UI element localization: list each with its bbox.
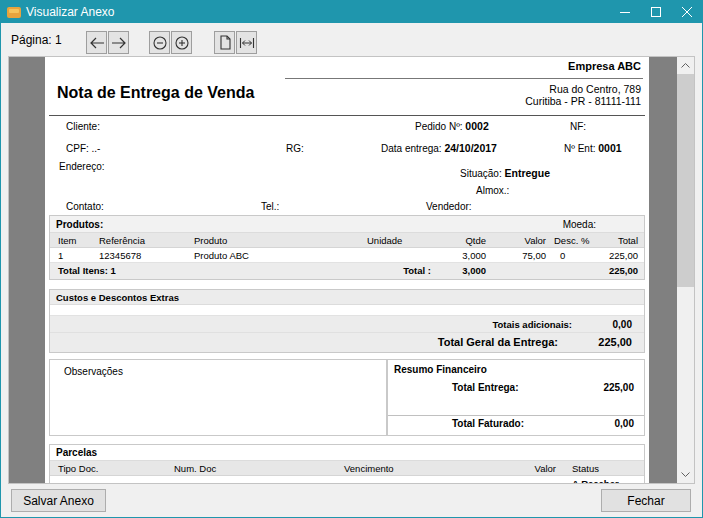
parcelas-header-row: Tipo Doc. Num. Doc Vencimento Valor Stat… <box>50 461 644 476</box>
previous-page-button[interactable] <box>86 31 107 54</box>
arrow-right-icon <box>111 36 127 50</box>
data-entrega-value: 24/10/2017 <box>444 142 497 154</box>
total-faturado-label: Total Faturado: <box>452 415 524 433</box>
cliente-label: Cliente: <box>66 121 100 132</box>
minimize-button[interactable] <box>609 1 640 23</box>
totais-adicionais-label: Totais adicionais: <box>492 316 572 333</box>
produtos-title: Produtos: <box>56 219 103 230</box>
page-label: Página: <box>11 33 52 47</box>
col-vencimento: Vencimento <box>340 461 500 475</box>
zoom-out-icon <box>153 36 167 50</box>
cpf-label: CPF: <box>66 143 89 154</box>
scroll-up-button[interactable] <box>677 57 694 74</box>
total-spacer2 <box>490 263 550 279</box>
totais-adicionais-row: Totais adicionais: 0,00 <box>50 316 644 333</box>
document-viewer[interactable]: Empresa ABC Nota de Entrega de Venda Rua… <box>8 56 695 484</box>
close-icon <box>682 7 692 17</box>
title-bar: Visualizar Anexo <box>1 1 702 23</box>
total-spacer3 <box>550 263 595 279</box>
produto-row: 1 12345678 Produto ABC 3,000 75,00 0 225… <box>50 248 644 263</box>
observacoes-box: Observações <box>49 359 387 436</box>
page-number: 1 <box>55 33 62 47</box>
num-ent-field: Nº Ent: 0001 <box>564 142 622 154</box>
cpf-value: ..- <box>92 143 101 154</box>
parcela-c4 <box>500 476 560 483</box>
total-qtde: 3,000 <box>435 263 490 279</box>
page-icon <box>218 35 232 50</box>
total-faturado-row: Total Faturado: 0,00 <box>388 415 644 433</box>
data-entrega-field: Data entrega: 24/10/2017 <box>381 142 497 154</box>
close-button[interactable] <box>671 1 702 23</box>
observacoes-title: Observações <box>64 366 123 377</box>
cell-item: 1 <box>50 248 95 262</box>
cpf-field: CPF: ..- <box>66 143 100 154</box>
zoom-in-button[interactable] <box>171 31 192 54</box>
tel-label: Tel.: <box>261 201 279 212</box>
total-value: 225,00 <box>595 263 644 279</box>
produtos-total-row: Total Itens: 1 Total : 3,000 225,00 <box>50 263 644 279</box>
maximize-icon <box>651 7 661 17</box>
close-dialog-button[interactable]: Fechar <box>601 489 691 512</box>
resumo-box: Resumo Financeiro Total Entrega: 225,00 … <box>387 359 645 436</box>
rg-label: RG: <box>286 143 304 154</box>
header-divider-bottom <box>49 115 645 116</box>
window-controls <box>609 1 702 23</box>
col-unidade: Unidade <box>355 233 435 247</box>
produtos-table: Produtos: Moeda: Item Referência Produto… <box>49 215 645 280</box>
total-label: Total : <box>355 263 435 279</box>
chevron-down-icon <box>681 472 690 477</box>
num-ent-value: 0001 <box>598 142 621 154</box>
total-spacer <box>190 263 355 279</box>
parcelas-title: Parcelas <box>56 447 97 458</box>
window-title: Visualizar Anexo <box>26 5 115 19</box>
col-qtde: Qtde <box>435 233 490 247</box>
scrollbar-thumb[interactable] <box>677 74 694 287</box>
total-itens-value: 1 <box>111 265 116 276</box>
col-referencia: Referência <box>95 233 190 247</box>
nf-label: NF: <box>570 121 586 132</box>
custos-title-row: Custos e Descontos Extras <box>50 290 644 305</box>
custos-empty-row <box>50 305 644 316</box>
col-num-doc: Num. Doc <box>170 461 340 475</box>
pedido-field: Pedido Nº: 0002 <box>415 120 489 132</box>
parcela-c3 <box>340 476 500 483</box>
fit-width-icon <box>239 37 255 49</box>
arrow-left-icon <box>89 36 105 50</box>
col-status: Status <box>560 461 644 475</box>
zoom-out-button[interactable] <box>149 31 170 54</box>
total-faturado-value: 0,00 <box>615 415 634 433</box>
cell-qtde: 3,000 <box>435 248 490 262</box>
fit-page-button[interactable] <box>214 31 235 54</box>
col-valor-parcela: Valor <box>500 461 560 475</box>
cell-valor: 75,00 <box>490 248 550 262</box>
endereco-label: Endereço: <box>59 161 105 172</box>
scroll-down-button[interactable] <box>677 466 694 483</box>
total-entrega-label: Total Entrega: <box>452 379 518 397</box>
resumo-title: Resumo Financeiro <box>394 364 487 375</box>
total-itens-label: Total Itens: <box>58 265 108 276</box>
produtos-title-row: Produtos: Moeda: <box>50 216 644 233</box>
total-itens: Total Itens: 1 <box>50 263 190 279</box>
fit-width-button[interactable] <box>236 31 257 54</box>
col-produto: Produto <box>190 233 355 247</box>
company-name: Empresa ABC <box>568 60 641 72</box>
save-attachment-button[interactable]: Salvar Anexo <box>11 489 106 512</box>
col-desc: Desc. % <box>550 233 595 247</box>
company-address-line1: Rua do Centro, 789 <box>549 83 641 95</box>
cell-referencia: 12345678 <box>95 248 190 262</box>
pedido-label: Pedido Nº: <box>415 121 463 132</box>
chevron-up-icon <box>681 63 690 68</box>
document-title: Nota de Entrega de Venda <box>57 84 254 102</box>
app-icon <box>7 7 21 18</box>
situacao-value: Entregue <box>504 167 550 179</box>
cell-desc: 0 <box>550 248 595 262</box>
cell-unidade <box>355 248 435 262</box>
total-geral-value: 225,00 <box>598 333 632 352</box>
maximize-button[interactable] <box>640 1 671 23</box>
situacao-label: Situação: <box>460 168 502 179</box>
vertical-scrollbar[interactable] <box>677 57 694 483</box>
parcela-c1 <box>50 476 170 483</box>
vendedor-label: Vendedor: <box>426 201 472 212</box>
next-page-button[interactable] <box>108 31 129 54</box>
num-ent-label: Nº Ent: <box>564 143 595 154</box>
